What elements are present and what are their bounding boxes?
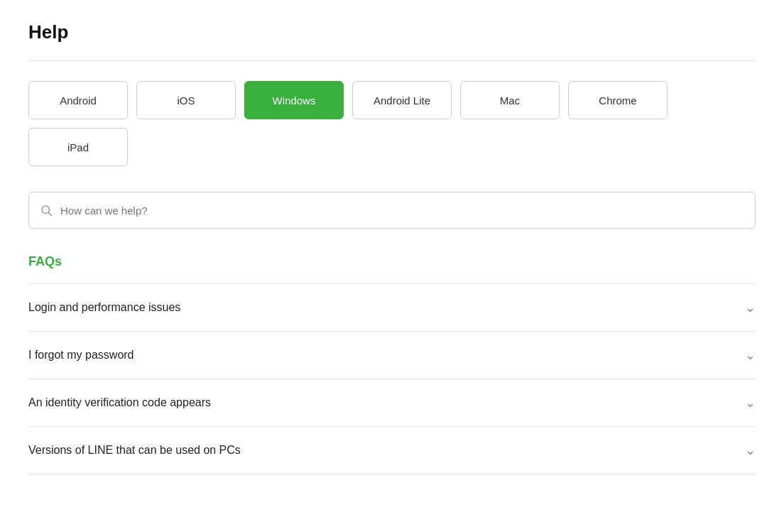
- faq-item[interactable]: Login and performance issues⌄: [28, 284, 756, 332]
- chevron-down-icon: ⌄: [745, 347, 756, 363]
- chevron-down-icon: ⌄: [745, 395, 756, 411]
- search-icon: [40, 204, 53, 217]
- platform-btn-chrome[interactable]: Chrome: [568, 81, 668, 119]
- page-title: Help: [28, 21, 756, 43]
- search-input[interactable]: [28, 192, 756, 229]
- chevron-down-icon: ⌄: [745, 300, 756, 315]
- faq-section: FAQs Login and performance issues⌄I forg…: [28, 254, 756, 474]
- search-container: [28, 192, 756, 229]
- platform-btn-windows[interactable]: Windows: [244, 81, 344, 119]
- faq-item-label: An identity verification code appears: [28, 396, 211, 409]
- faq-item-label: Login and performance issues: [28, 301, 180, 314]
- platform-btn-android[interactable]: Android: [28, 81, 128, 119]
- chevron-down-icon: ⌄: [745, 443, 756, 458]
- platform-grid: AndroidiOSWindowsAndroid LiteMacChromeiP…: [28, 81, 756, 166]
- faq-item-label: I forgot my password: [28, 349, 134, 362]
- faq-heading: FAQs: [28, 254, 756, 269]
- platform-btn-ipad[interactable]: iPad: [28, 128, 128, 166]
- faq-item-label: Versions of LINE that can be used on PCs: [28, 444, 241, 457]
- faq-item[interactable]: Versions of LINE that can be used on PCs…: [28, 427, 756, 474]
- page-container: Help AndroidiOSWindowsAndroid LiteMacChr…: [0, 0, 784, 496]
- platform-btn-ios[interactable]: iOS: [136, 81, 236, 119]
- platform-btn-mac[interactable]: Mac: [460, 81, 560, 119]
- faq-list: Login and performance issues⌄I forgot my…: [28, 283, 756, 474]
- faq-item[interactable]: I forgot my password⌄: [28, 332, 756, 379]
- title-divider: [28, 60, 756, 61]
- platform-btn-android-lite[interactable]: Android Lite: [352, 81, 452, 119]
- faq-item[interactable]: An identity verification code appears⌄: [28, 379, 756, 427]
- svg-line-1: [48, 212, 51, 215]
